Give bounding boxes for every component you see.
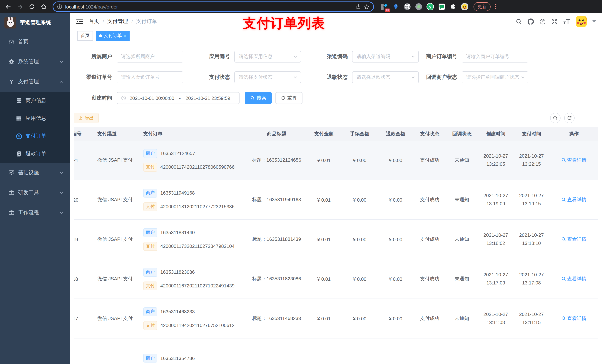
sidebar-item-label: 工作流程 bbox=[18, 209, 39, 216]
monitor-icon bbox=[7, 170, 16, 176]
sidebar-item-label: 首页 bbox=[18, 39, 29, 45]
breadcrumb-pay-mgmt[interactable]: 支付管理 bbox=[107, 18, 128, 25]
extensions-puzzle-icon[interactable] bbox=[450, 3, 457, 10]
share-icon[interactable] bbox=[356, 4, 361, 9]
sidebar-item-app-info[interactable]: 应用信息 bbox=[0, 110, 70, 127]
filter-field: 回调商户状态请选择订单回调商户状态 bbox=[425, 71, 528, 83]
filter-select[interactable]: 请输入渠道编码 bbox=[352, 51, 419, 62]
profile-emoji-avatar[interactable] bbox=[461, 3, 468, 10]
github-icon[interactable] bbox=[527, 18, 534, 25]
breadcrumb-home[interactable]: 首页 bbox=[89, 18, 99, 25]
filter-input[interactable]: 请输入渠道订单号 bbox=[117, 71, 183, 83]
extension-tag-icon[interactable]: 10 bbox=[381, 3, 388, 10]
cell-create-time: 2021-10-2713:18:02 bbox=[478, 231, 514, 248]
sidebar-item-home[interactable]: 首页 bbox=[0, 32, 70, 52]
filter-select[interactable]: 请选择支付状态 bbox=[234, 71, 301, 83]
merchant-tag: 商户 bbox=[143, 354, 157, 363]
browser-reload-icon[interactable] bbox=[27, 1, 37, 12]
pay-tag: 支付 bbox=[143, 321, 157, 330]
create-time-range-input[interactable]: 2021-10-01 00:00:00 - 2021-10-31 23:59:5… bbox=[117, 92, 239, 104]
address-bar[interactable]: localhost:1024/pay/order bbox=[53, 1, 374, 12]
extension-y-icon[interactable]: y bbox=[427, 3, 434, 10]
sidebar-item-infra[interactable]: 基础设施 bbox=[0, 163, 70, 183]
tab-home[interactable]: 首页 bbox=[77, 31, 93, 41]
cell-create-time: 2021-10-2713:19:09 bbox=[478, 192, 514, 208]
browser-home-icon[interactable] bbox=[39, 1, 49, 12]
merchant-order-no: 1635311949168 bbox=[160, 190, 195, 196]
table-row: 121微信 JSAPI 支付商户1635312124657支付420000117… bbox=[74, 141, 598, 180]
placeholder-text: 请输入渠道订单号 bbox=[121, 74, 160, 81]
app-logo[interactable]: 芋道管理系统 bbox=[0, 13, 70, 32]
filter-select[interactable]: 请选择订单回调商户状态 bbox=[462, 71, 528, 83]
cell-fee-amount: ¥ 0.00 bbox=[342, 157, 378, 163]
cell-pay-order: 商户1635312124657支付42000011742021102780605… bbox=[136, 149, 247, 171]
url-text: localhost:1024/pay/order bbox=[65, 4, 353, 10]
help-icon[interactable] bbox=[539, 18, 546, 25]
filter-label: 渠道编码 bbox=[319, 53, 352, 60]
cell-notify-status: 未通知 bbox=[446, 315, 478, 322]
tab-close-icon[interactable]: × bbox=[124, 33, 127, 38]
cell-product-title: 标题：1635311468233 bbox=[247, 315, 306, 322]
sidebar-item-label: 系统管理 bbox=[18, 58, 39, 65]
filter-input[interactable]: 请选择所属商户 bbox=[117, 51, 183, 62]
view-detail-link[interactable]: 查看详情 bbox=[561, 315, 586, 322]
cell-pay-order: 商户1635311881440支付42000011732021102728479… bbox=[136, 228, 247, 251]
store-icon bbox=[15, 98, 23, 104]
browser-forward-icon[interactable] bbox=[15, 1, 25, 12]
cell-order-id: 118 bbox=[74, 276, 88, 282]
refresh-button[interactable] bbox=[564, 113, 575, 123]
view-detail-link[interactable]: 查看详情 bbox=[561, 197, 586, 203]
cell-notify-status: 未通知 bbox=[446, 157, 478, 164]
merchant-order-no: 1635311823086 bbox=[160, 269, 195, 275]
toggle-search-button[interactable] bbox=[550, 113, 560, 123]
sidebar-item-dev-tools[interactable]: 研发工具 bbox=[0, 183, 70, 203]
filter-select[interactable]: 请选择应用信息 bbox=[234, 51, 301, 62]
merchant-order-line: 商户1635312124657 bbox=[143, 149, 247, 158]
cell-pay-amount: ¥ 0.01 bbox=[306, 276, 342, 282]
navbar-actions bbox=[516, 16, 596, 27]
sidebar-item-refund-order[interactable]: 退款订单 bbox=[0, 145, 70, 163]
column-header: 手续金额 bbox=[342, 130, 378, 137]
select-arrow-icon bbox=[521, 75, 525, 80]
browser-update-button[interactable]: 更新 bbox=[473, 2, 491, 11]
filter-select[interactable]: 请选择退款状态 bbox=[352, 71, 419, 83]
placeholder-text: 请选择应用信息 bbox=[239, 53, 272, 60]
cell-product-title: 标题：1635311881439 bbox=[247, 236, 306, 243]
user-avatar[interactable] bbox=[576, 16, 587, 27]
browser-menu-icon[interactable] bbox=[495, 4, 496, 10]
search-button[interactable]: 搜索 bbox=[245, 92, 272, 104]
cell-fee-amount: ¥ 0.00 bbox=[342, 197, 378, 203]
extension-badge: 10 bbox=[385, 9, 390, 12]
filter-input[interactable]: 请输入商户订单编号 bbox=[462, 51, 528, 62]
site-info-icon[interactable] bbox=[57, 4, 62, 9]
tab-pay-order[interactable]: 支付订单 × bbox=[96, 31, 130, 41]
cell-fee-amount: ¥ 0.00 bbox=[342, 316, 378, 321]
create-time-label: 创建时间 bbox=[74, 95, 117, 101]
bookmark-star-icon[interactable] bbox=[364, 4, 369, 10]
sidebar-item-system[interactable]: 系统管理 bbox=[0, 52, 70, 72]
extension-dot-icon[interactable] bbox=[415, 3, 422, 10]
font-size-icon[interactable] bbox=[563, 19, 570, 24]
view-detail-link[interactable]: 查看详情 bbox=[561, 236, 586, 243]
sidebar-item-pay-order[interactable]: 支付订单 bbox=[0, 127, 70, 145]
user-menu-caret-icon[interactable] bbox=[592, 20, 596, 22]
filter-row-1: 所属商户请选择所属商户应用编号请选择应用信息渠道编码请输入渠道编码商户订单编号请… bbox=[74, 51, 598, 62]
sidebar-item-pay[interactable]: ¥支付管理 bbox=[0, 72, 70, 92]
sidebar-item-workflow[interactable]: 工作流程 bbox=[0, 203, 70, 223]
view-detail-link[interactable]: 查看详情 bbox=[561, 157, 586, 164]
sidebar-item-merchant-info[interactable]: 商户信息 bbox=[0, 92, 70, 110]
extension-kite-icon[interactable] bbox=[392, 3, 399, 10]
cell-pay-time: 2021-10-2713:18:10 bbox=[514, 231, 549, 248]
filter-label: 应用编号 bbox=[201, 53, 234, 60]
reset-button[interactable]: 重置 bbox=[275, 92, 302, 104]
browser-back-icon[interactable] bbox=[3, 1, 13, 12]
search-icon[interactable] bbox=[516, 18, 522, 25]
export-button[interactable]: 导出 bbox=[74, 113, 98, 123]
extension-chat-icon[interactable] bbox=[438, 3, 445, 10]
view-detail-link[interactable]: 查看详情 bbox=[561, 276, 586, 282]
sidebar-fold-icon[interactable] bbox=[76, 19, 83, 24]
cell-pay-order: 商户1635311468233支付42000011942021102767521… bbox=[136, 307, 247, 330]
extension-command-icon[interactable] bbox=[404, 3, 411, 10]
cell-pay-channel: 微信 JSAPI 支付 bbox=[88, 197, 136, 203]
fullscreen-icon[interactable] bbox=[551, 18, 558, 25]
